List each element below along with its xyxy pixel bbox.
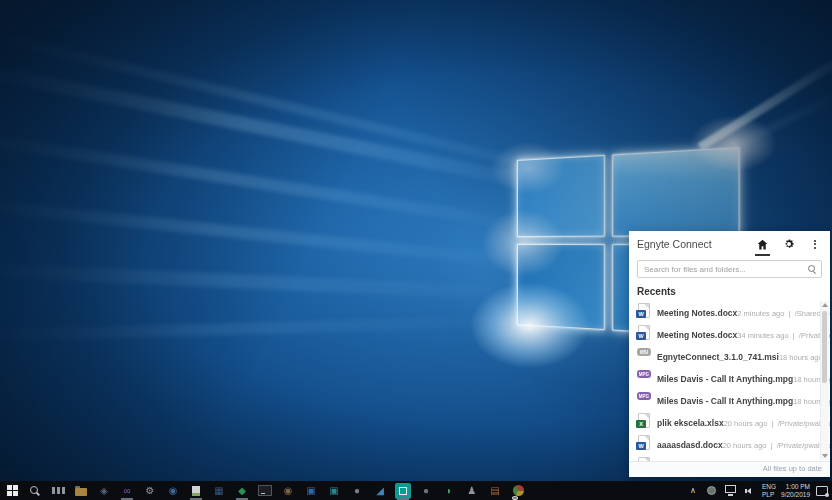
list-item[interactable]: X plik ekscela.xlsx20 hours ago | /Priva… <box>629 410 830 432</box>
list-item[interactable]: MSI EgnyteConnect_3.1.0_741.msi18 hours … <box>629 344 830 366</box>
chrome-icon[interactable] <box>510 483 526 499</box>
system-tray: ∧ ENG PLP 1:00 PM 9/20/2019 <box>686 481 829 500</box>
scroll-down-arrow-icon[interactable] <box>822 454 828 458</box>
file-type-icon: MPG <box>637 391 651 406</box>
list-item[interactable]: W Meeting Notes.docx2 minutes ago | /Sha… <box>629 300 830 322</box>
file-type-icon: MPG <box>637 369 651 384</box>
file-name: aaaasdasd.docx <box>657 440 723 450</box>
windows-logo-pane <box>517 155 605 237</box>
file-type-icon: W <box>637 457 651 461</box>
app-icon-round-gray[interactable]: ● <box>418 483 434 499</box>
start-button[interactable] <box>4 483 20 499</box>
settings-button[interactable] <box>781 233 796 255</box>
more-menu-button[interactable] <box>807 234 822 255</box>
kebab-menu-icon <box>812 239 818 250</box>
task-view-icon[interactable] <box>50 483 66 499</box>
app-icon-round-brown[interactable]: ◉ <box>280 483 296 499</box>
clock-date: 9/20/2019 <box>781 491 810 499</box>
file-name: Meeting Notes.docx <box>657 308 737 318</box>
file-type-icon: W <box>637 435 651 450</box>
app-icon-diamond[interactable]: ◈ <box>96 483 112 499</box>
file-name: plik ekscela.xlsx <box>657 418 724 428</box>
file-meta: 20 hours ago | /Private/pwalczak/TURBO_T… <box>723 441 830 450</box>
panel-header: Egnyte Connect <box>629 231 830 257</box>
visual-studio-icon[interactable]: ∞ <box>119 483 135 499</box>
panel-title: Egnyte Connect <box>637 238 755 250</box>
file-meta: 20 hours ago | /Private/pwalczak/Micro$o… <box>724 419 830 428</box>
settings-gear-icon[interactable]: ⚙ <box>142 483 158 499</box>
light-beam <box>0 196 537 270</box>
language-indicator[interactable]: ENG PLP <box>762 483 776 498</box>
file-type-icon: W <box>637 303 651 318</box>
file-explorer-icon[interactable] <box>73 483 89 499</box>
language-code: ENG <box>762 483 776 491</box>
egnyte-app-icon[interactable] <box>395 483 411 499</box>
light-beam <box>698 48 832 151</box>
app-icon-green-diamond[interactable]: ◆ <box>234 483 250 499</box>
list-item[interactable]: W aaaasdasd.docx20 hours ago | /Private/… <box>629 432 830 454</box>
terminal-icon[interactable] <box>257 483 273 499</box>
light-beam <box>0 128 544 234</box>
app-icon-teal-square[interactable]: ▣ <box>326 483 342 499</box>
file-name: Miles Davis - Call It Anything.mpg <box>657 374 793 384</box>
windows-logo-pane <box>517 244 605 330</box>
clock-time: 1:00 PM <box>781 483 810 491</box>
recents-list: W Meeting Notes.docx2 minutes ago | /Sha… <box>629 300 830 461</box>
home-tab-button[interactable] <box>755 233 770 256</box>
volume-tray-icon[interactable] <box>743 483 757 499</box>
scrollbar[interactable] <box>820 301 829 460</box>
file-name: EgnyteConnect_3.1.0_741.msi <box>657 352 779 362</box>
active-tab-underline <box>755 254 770 256</box>
windows-logo-pane <box>612 147 739 236</box>
egnyte-tray-icon[interactable] <box>705 483 719 499</box>
notepad-icon[interactable] <box>188 483 204 499</box>
app-icon-blue-round[interactable]: ◉ <box>165 483 181 499</box>
app-icon-orange-book[interactable]: ▤ <box>487 483 503 499</box>
taskbar: ◈∞⚙◉▦◆◉▣▣●◢●◗♟▤ ∧ ENG PLP 1:00 PM 9/20/2… <box>0 481 832 500</box>
scrollbar-thumb[interactable] <box>822 311 827 383</box>
app-icon-blue-square[interactable]: ▣ <box>303 483 319 499</box>
list-item[interactable]: W pinttest - Copy.docx10 days ago | /Pri… <box>629 454 830 461</box>
app-icon-people[interactable]: ♟ <box>464 483 480 499</box>
light-beam <box>0 262 540 301</box>
file-name: Miles Davis - Call It Anything.mpg <box>657 396 793 406</box>
light-beam <box>0 55 588 200</box>
file-meta: 34 minutes ago | /Private/pwalczak/conne… <box>737 331 830 340</box>
search-magnifier-icon[interactable] <box>808 265 816 273</box>
tray-overflow-chevron-icon[interactable]: ∧ <box>686 483 700 499</box>
sync-status: All files up to date <box>629 461 830 477</box>
file-meta: 2 minutes ago | /Shared/Meeting Archive <box>737 309 830 318</box>
search-area <box>629 257 830 283</box>
gear-icon <box>783 238 795 250</box>
file-type-icon: X <box>637 413 651 428</box>
keyboard-layout-code: PLP <box>762 491 776 499</box>
home-icon <box>756 238 769 251</box>
search-input[interactable] <box>638 265 821 274</box>
action-center-icon[interactable] <box>815 483 829 499</box>
app-icon-dark-blue[interactable]: ▦ <box>211 483 227 499</box>
app-icon-blue-fin[interactable]: ◢ <box>372 483 388 499</box>
clock[interactable]: 1:00 PM 9/20/2019 <box>781 483 810 498</box>
app-icon-green-leaf[interactable]: ◗ <box>441 483 457 499</box>
list-item[interactable]: W Meeting Notes.docx34 minutes ago | /Pr… <box>629 322 830 344</box>
recents-heading: Recents <box>629 283 830 300</box>
scroll-up-arrow-icon[interactable] <box>822 303 828 307</box>
display-tray-icon[interactable] <box>724 483 738 499</box>
egnyte-connect-panel: Egnyte Connect Recents W Meeting Notes. <box>629 231 830 477</box>
file-name: Meeting Notes.docx <box>657 330 737 340</box>
file-type-icon: MSI <box>637 347 651 362</box>
app-icon-gray[interactable]: ● <box>349 483 365 499</box>
file-type-icon: W <box>637 325 651 340</box>
light-beam <box>0 315 530 342</box>
list-item[interactable]: MPG Miles Davis - Call It Anything.mpg18… <box>629 366 830 388</box>
list-item[interactable]: MPG Miles Davis - Call It Anything.mpg18… <box>629 388 830 410</box>
search-icon[interactable] <box>27 483 43 499</box>
search-box <box>637 260 822 278</box>
